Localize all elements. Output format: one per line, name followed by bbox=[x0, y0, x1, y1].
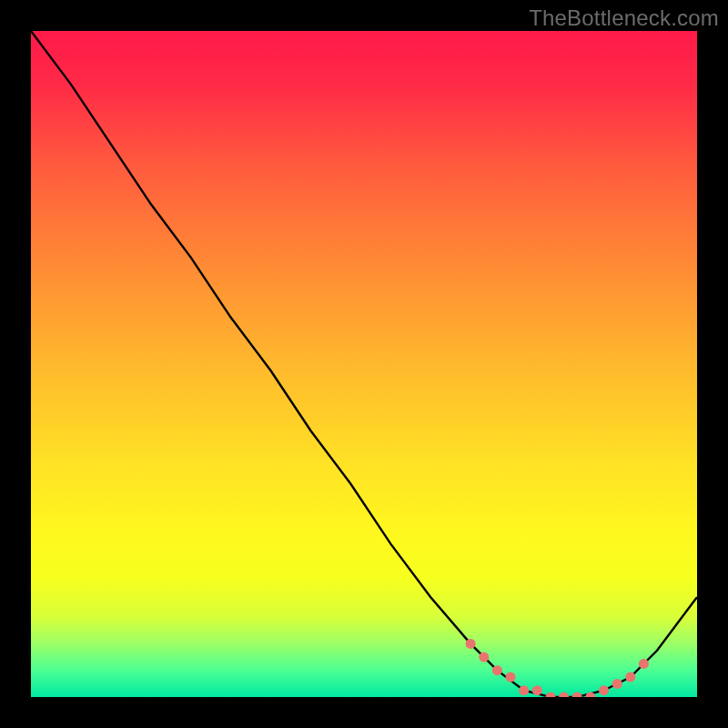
marker-dot bbox=[559, 693, 569, 698]
curve-line bbox=[31, 31, 697, 697]
chart-frame: TheBottleneck.com bbox=[0, 0, 728, 728]
marker-dot bbox=[612, 679, 622, 689]
marker-dot bbox=[479, 652, 489, 662]
marker-dot bbox=[532, 685, 542, 695]
marker-dot bbox=[506, 672, 516, 682]
marker-dot bbox=[639, 659, 649, 669]
marker-dot bbox=[599, 685, 609, 695]
watermark-text: TheBottleneck.com bbox=[529, 5, 719, 31]
chart-svg bbox=[31, 31, 697, 697]
chart-plot-area bbox=[31, 31, 697, 697]
marker-dot bbox=[466, 639, 476, 649]
marker-dots bbox=[466, 639, 649, 697]
marker-dot bbox=[572, 693, 582, 698]
marker-dot bbox=[519, 685, 529, 695]
marker-dot bbox=[492, 665, 502, 675]
marker-dot bbox=[546, 693, 556, 698]
marker-dot bbox=[625, 672, 635, 682]
